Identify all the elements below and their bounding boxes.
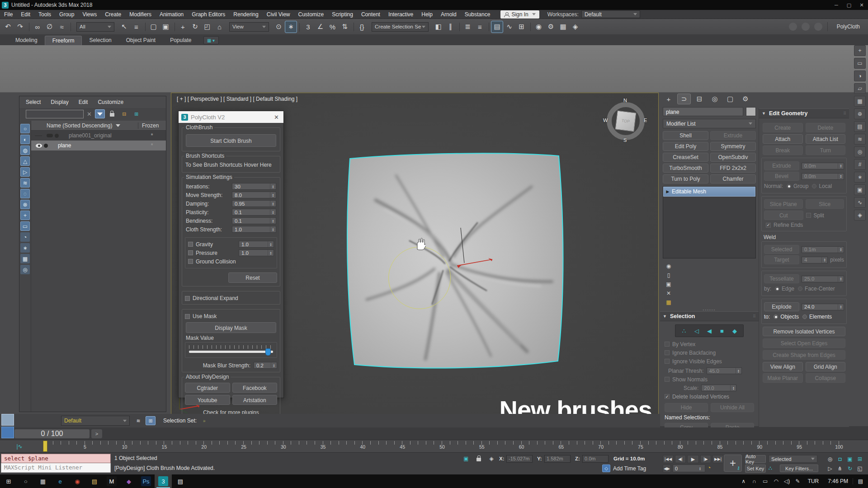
select-open-edges-button[interactable]: Select Open Edges xyxy=(763,338,845,348)
modifier-preset-button[interactable]: Edit Poly xyxy=(663,142,708,151)
redo-icon[interactable]: ↷ xyxy=(14,21,26,33)
spinner-snap-icon[interactable]: ⇅ xyxy=(339,21,351,33)
play-button[interactable]: ▶ xyxy=(687,455,699,463)
go-to-start-button[interactable]: |◀◀ xyxy=(663,455,674,463)
docked-toolbar-icon[interactable]: ∿ xyxy=(854,197,866,208)
docked-toolbar-icon[interactable]: ◎ xyxy=(854,146,866,157)
setting-spinner[interactable]: 8.0▲▼ xyxy=(232,192,276,198)
curve-editor-icon[interactable]: ∿ xyxy=(503,21,515,33)
spinner-arrows-icon[interactable]: ▲▼ xyxy=(271,362,277,368)
maximize-viewport-icon[interactable]: ◱ xyxy=(855,465,864,473)
planar-thresh-spinner[interactable]: 45.0▲▼ xyxy=(707,367,742,374)
current-frame-field[interactable]: 0▲▼ xyxy=(673,465,705,472)
modifier-preset-button[interactable]: Symmetry xyxy=(710,142,756,151)
display-cameras-icon[interactable]: △ xyxy=(20,156,30,166)
set-keys-button[interactable]: +⚷ xyxy=(724,455,742,472)
about-link-button[interactable]: Cgtrader xyxy=(185,383,230,393)
attach-button[interactable]: Attach xyxy=(763,134,803,144)
clear-search-icon[interactable]: ✕ xyxy=(87,111,92,117)
active-layer-dropdown[interactable]: Default xyxy=(61,416,130,426)
close-button[interactable]: ✕ xyxy=(855,2,868,8)
weld-target-spinner[interactable]: 4▲▼ xyxy=(802,257,828,263)
rectangular-selection-region-icon[interactable]: ▢ xyxy=(147,21,160,33)
tray-expand-icon[interactable]: ∧ xyxy=(738,478,749,484)
edit-geometry-header[interactable]: ▼ Edit Geometry ⠿ xyxy=(759,108,849,118)
delete-isolated-vertices-checkbox[interactable]: ✓ xyxy=(665,394,670,399)
explorer-search-input[interactable] xyxy=(26,110,84,118)
scene-explorer-toggle-icon[interactable]: ⊞ xyxy=(146,416,156,425)
transform-gizmo[interactable] xyxy=(448,224,502,274)
timeline-ruler[interactable]: |∿ 0510152025303540455055606570758085909… xyxy=(0,440,868,453)
menu-item[interactable]: Civil View xyxy=(263,11,294,18)
x-coordinate-field[interactable]: -15.027m xyxy=(506,455,533,463)
compass-east-label[interactable]: E xyxy=(644,117,647,123)
explorer-menu-item[interactable]: Edit xyxy=(79,99,88,105)
mw-app-icon[interactable]: M xyxy=(103,474,120,488)
menu-item[interactable]: Create xyxy=(101,11,125,18)
about-link-button[interactable]: Artstation xyxy=(232,395,278,405)
refine-ends-checkbox[interactable]: ✓ xyxy=(766,223,771,228)
edge-subobject-icon[interactable]: ◁ xyxy=(692,326,702,335)
show-end-result-icon[interactable]: ▯ xyxy=(664,271,674,280)
spinner-arrows-icon[interactable]: ▲▼ xyxy=(270,209,276,215)
frame-counter[interactable]: 0 / 100 xyxy=(14,429,90,438)
grid-align-button[interactable]: Grid Align xyxy=(806,362,846,371)
setting-spinner[interactable]: 0.1▲▼ xyxy=(232,209,276,216)
selection-region-icon[interactable]: ▣ xyxy=(462,455,470,462)
spinner-arrows-icon[interactable]: ▲▼ xyxy=(270,226,276,232)
mask-blur-spinner[interactable]: 0.2▲▼ xyxy=(254,362,277,369)
key-selection-dropdown[interactable]: Selected xyxy=(769,455,817,463)
checkbox[interactable] xyxy=(665,359,670,364)
selection-lock-toggle[interactable] xyxy=(1,427,14,438)
scene-object-row[interactable]: plane001_original * xyxy=(31,131,166,141)
isolate-selection-toggle[interactable] xyxy=(1,414,14,426)
chrome-icon[interactable]: ◉ xyxy=(69,474,86,488)
display-materials-icon[interactable]: ◔ xyxy=(20,232,30,242)
display-groups-icon[interactable]: ◌ xyxy=(20,189,30,198)
key-filter-dots-icon[interactable]: ⛬ xyxy=(769,465,772,471)
modifier-preset-button[interactable]: TurboSmooth xyxy=(663,164,708,173)
collapse-button[interactable]: Collapse xyxy=(806,373,846,383)
render-setup-icon[interactable]: ⚙ xyxy=(545,21,557,33)
break-button[interactable]: Break xyxy=(763,145,803,155)
display-tab-icon[interactable]: ▢ xyxy=(723,94,737,104)
start-cloth-brush-button[interactable]: Start Cloth Brush xyxy=(186,134,276,147)
expand-arrow-icon[interactable]: ▶ xyxy=(664,189,672,194)
menu-item[interactable]: Arnold xyxy=(437,11,461,18)
scene-object-row-selected[interactable]: plane * xyxy=(31,141,166,150)
modifier-preset-button[interactable]: Extrude xyxy=(710,131,756,140)
setting-spinner[interactable]: 0.1▲▼ xyxy=(232,217,276,224)
pen-icon[interactable]: ✎ xyxy=(793,478,803,484)
walk-through-icon[interactable]: ⋔ xyxy=(835,465,844,473)
modifier-preset-button[interactable]: OpenSubdiv xyxy=(710,153,756,162)
checkbox[interactable] xyxy=(188,242,193,247)
setting-spinner[interactable]: 1.0▲▼ xyxy=(232,226,276,233)
about-link-button[interactable]: Youtube xyxy=(185,395,230,405)
object-name[interactable]: plane001_original xyxy=(64,132,138,139)
ribbon-overflow-button[interactable]: ▦ ▾ xyxy=(203,36,219,44)
bevel-spinner[interactable]: 0.0m▲▼ xyxy=(802,173,844,180)
setting-spinner[interactable]: 1.0▲▼ xyxy=(239,249,274,256)
toggle-layer-explorer-icon[interactable]: ≡ xyxy=(474,21,486,33)
menu-item[interactable]: Help xyxy=(417,11,437,18)
modify-tab-icon[interactable]: ⊃ xyxy=(677,94,691,104)
use-pivot-center-icon[interactable]: ⊙ xyxy=(273,21,285,33)
modifier-preset-button[interactable]: Shell xyxy=(663,131,708,140)
modifier-stack[interactable]: ▶ Editable Mesh xyxy=(663,186,756,258)
maximize-button[interactable]: ▢ xyxy=(843,2,855,8)
selection-lock-icon[interactable] xyxy=(475,455,483,462)
weld-selected-spinner[interactable]: 0.1m▲▼ xyxy=(802,246,844,253)
remove-isolated-vertices-button[interactable]: Remove Isolated Vertices xyxy=(763,327,845,336)
object-color-swatch[interactable] xyxy=(746,107,756,116)
checkbox[interactable] xyxy=(188,250,193,255)
weld-selected-button[interactable]: Selected xyxy=(764,245,799,254)
menu-item[interactable]: Tools xyxy=(34,11,55,18)
slice-plane-button[interactable]: Slice Plane xyxy=(764,199,803,209)
slider-thumb[interactable] xyxy=(265,348,271,356)
docked-toolbar-icon[interactable]: ▱ xyxy=(854,83,866,94)
bevel-button[interactable]: Bevel xyxy=(764,172,799,181)
display-frozen-icon[interactable]: ▦ xyxy=(20,254,30,263)
create-tab-icon[interactable]: + xyxy=(662,94,675,104)
layer-view-icon[interactable]: ⊞ xyxy=(132,109,142,118)
face-subobject-icon[interactable]: ◀ xyxy=(704,326,714,335)
